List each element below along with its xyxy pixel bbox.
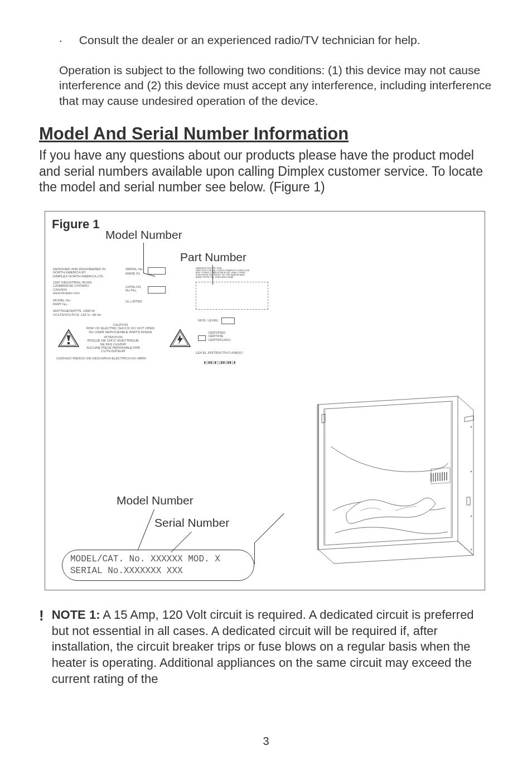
plate-lea: LEA EL INSTRUCTIVO ANEXO bbox=[196, 351, 243, 354]
plate-caution: CAUTION RISK OF ELECTRIC SHOCK DO NOT OP… bbox=[86, 323, 154, 334]
warning-triangle-icon bbox=[169, 329, 191, 348]
page-number: 3 bbox=[263, 735, 269, 748]
plate-fine-print: WARNING RISK OF FIRE KEEP ELECTRICAL COR… bbox=[196, 267, 249, 278]
plate-made-in: MADE IN: bbox=[125, 272, 141, 275]
plate-cert: CERTIFIED CERTIFIE CERTIFICADO bbox=[208, 331, 231, 341]
plate-box bbox=[148, 267, 166, 275]
svg-point-0 bbox=[471, 426, 472, 427]
plate-serial-no: SERIAL No.: bbox=[125, 267, 144, 271]
callout-model-number-top: Model Number bbox=[105, 228, 182, 242]
callout-model-number-bottom: Model Number bbox=[117, 494, 194, 507]
leader-line bbox=[138, 509, 154, 550]
plate-model-no: MODEL No.: bbox=[53, 299, 72, 302]
plate-address: 1367 INDUSTRIAL ROAD CAMBRIDGE ONTARIO C… bbox=[53, 281, 91, 295]
callout-serial-number: Serial Number bbox=[154, 516, 229, 530]
serial-label-line-1: MODEL/CAT. No. XXXXXX MOD. X bbox=[70, 554, 246, 565]
plate-designed: DESIGNED AND ENGINEERED IN NORTH AMERICA… bbox=[53, 267, 105, 278]
plate-voltage: VOLTS/VOLTIOS: 120 V~ 60 Hz bbox=[53, 313, 101, 316]
note-1-block: ! NOTE 1: A 15 Amp, 120 Volt circuit is … bbox=[39, 607, 493, 687]
section-paragraph: If you have any questions about our prod… bbox=[39, 147, 493, 195]
leader-line bbox=[254, 513, 284, 543]
note-body: A 15 Amp, 120 Volt circuit is required. … bbox=[52, 608, 474, 685]
callout-part-number: Part Number bbox=[180, 251, 246, 264]
serial-label-oval: MODEL/CAT. No. XXXXXX MOD. X SERIAL No.X… bbox=[62, 550, 254, 581]
plate-box bbox=[221, 318, 235, 324]
leader-line bbox=[254, 543, 255, 564]
rating-plate: DESIGNED AND ENGINEERED IN NORTH AMERICA… bbox=[53, 267, 309, 379]
note-text: NOTE 1: A 15 Amp, 120 Volt circuit is re… bbox=[52, 607, 493, 687]
barcode-icon: ▮▯▮▮▯▮▯▯▮▮▯▮▮▯▮ bbox=[204, 360, 235, 365]
plate-dashed-box bbox=[196, 282, 268, 310]
figure-1-box: Figure 1 Model Number Part Number Model … bbox=[45, 211, 485, 590]
bullet-line: · Consult the dealer or an experienced r… bbox=[59, 33, 493, 47]
figure-label: Figure 1 bbox=[52, 217, 100, 232]
note-label: NOTE 1: bbox=[52, 608, 100, 622]
fireplace-drawing bbox=[285, 393, 480, 572]
plate-box bbox=[148, 286, 166, 294]
plate-cuidado: CUIDADO RIESGO DE DESCARGA ELECTRICA NO … bbox=[56, 357, 146, 360]
exclamation-icon: ! bbox=[39, 608, 44, 687]
plate-part-no: PART No.: bbox=[53, 302, 69, 306]
svg-point-3 bbox=[471, 549, 472, 550]
plate-mod-level: MOD. LEVEL: bbox=[198, 319, 219, 322]
bullet-text: Consult the dealer or an experienced rad… bbox=[79, 33, 420, 46]
operation-paragraph: Operation is subject to the following tw… bbox=[59, 62, 493, 108]
svg-point-2 bbox=[471, 516, 472, 517]
plate-attention: ATTENTION RISQUE DE CHOC ELECTRIQUE NE P… bbox=[86, 335, 140, 353]
plate-cat-no: CATALOG No./No. bbox=[125, 285, 141, 292]
warning-triangle-icon bbox=[57, 329, 80, 348]
plate-wattage: WATTAGE/WATTS: 1400 W bbox=[53, 309, 95, 312]
plate-ul: UL LISTED bbox=[125, 300, 142, 303]
svg-point-1 bbox=[471, 471, 472, 472]
section-title: Model And Serial Number Information bbox=[39, 124, 493, 144]
bullet-dot: · bbox=[59, 33, 76, 47]
plate-cert-mark bbox=[198, 335, 206, 341]
serial-label-line-2: SERIAL No.XXXXXXX XXX bbox=[70, 565, 246, 577]
